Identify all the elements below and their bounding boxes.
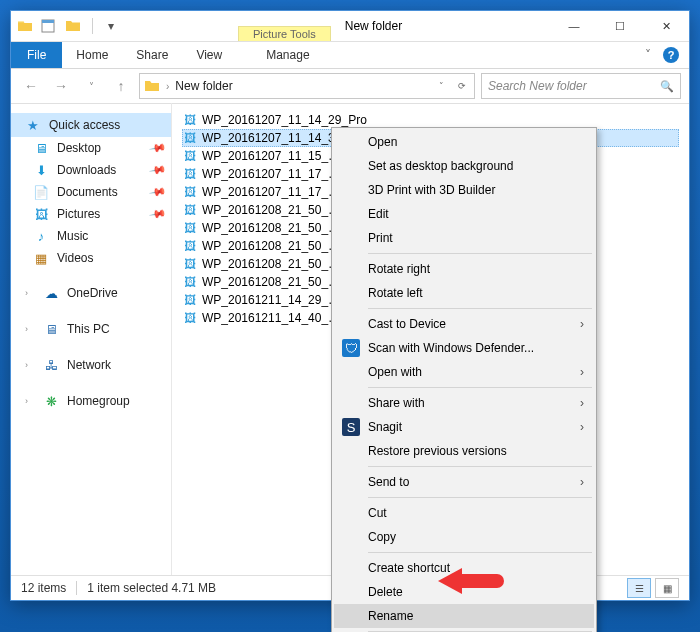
menu-item-label: Rename (368, 609, 413, 623)
nav-label: Quick access (49, 118, 120, 132)
menu-item-label: Edit (368, 207, 389, 221)
desktop-icon: 🖥 (33, 141, 49, 156)
nav-item-desktop[interactable]: 🖥Desktop📌 (11, 137, 171, 159)
image-file-icon: 🖼 (184, 113, 196, 127)
image-file-icon: 🖼 (184, 257, 196, 271)
nav-onedrive[interactable]: ›☁OneDrive (11, 281, 171, 305)
pictures-icon: 🖼 (33, 207, 49, 222)
help-button[interactable]: ? (663, 47, 679, 63)
nav-network[interactable]: ›🖧Network (11, 353, 171, 377)
nav-thispc[interactable]: ›🖥This PC (11, 317, 171, 341)
chevron-right-icon: › (580, 365, 584, 379)
nav-item-downloads[interactable]: ⬇Downloads📌 (11, 159, 171, 181)
nav-homegroup[interactable]: ›❋Homegroup (11, 389, 171, 413)
chevron-right-icon: › (25, 360, 35, 370)
file-name: WP_20161207_11_17_… (202, 185, 340, 199)
address-dropdown-button[interactable]: ˅ (435, 81, 448, 91)
file-name: WP_20161207_11_14_29_Pro (202, 113, 367, 127)
address-location: New folder (175, 79, 429, 93)
menu-item-edit[interactable]: Edit (334, 202, 594, 226)
menu-item-set-as-desktop-background[interactable]: Set as desktop background (334, 154, 594, 178)
nav-item-pictures[interactable]: 🖼Pictures📌 (11, 203, 171, 225)
ribbon-expand-button[interactable]: ˅ (645, 48, 651, 62)
qat-new-folder-button[interactable] (63, 15, 85, 37)
close-button[interactable]: ✕ (643, 11, 689, 41)
menu-item-3d-print-with-3d-builder[interactable]: 3D Print with 3D Builder (334, 178, 594, 202)
menu-item-label: Open with (368, 365, 422, 379)
minimize-button[interactable]: — (551, 11, 597, 41)
thumbnails-view-button[interactable]: ▦ (655, 578, 679, 598)
menu-item-share-with[interactable]: Share with› (334, 391, 594, 415)
address-bar-row: ← → ˅ ↑ › New folder ˅ ⟳ Search New fold… (11, 69, 689, 104)
svg-rect-1 (42, 20, 54, 23)
nav-recent-button[interactable]: ˅ (79, 74, 103, 98)
menu-item-copy[interactable]: Copy (334, 525, 594, 549)
search-box[interactable]: Search New folder 🔍 (481, 73, 681, 99)
nav-label: Homegroup (67, 394, 130, 408)
file-name: WP_20161208_21_50_… (202, 221, 340, 235)
nav-label: Pictures (57, 207, 100, 221)
address-bar[interactable]: › New folder ˅ ⟳ (139, 73, 475, 99)
menu-item-label: Scan with Windows Defender... (368, 341, 534, 355)
nav-up-button[interactable]: ↑ (109, 74, 133, 98)
music-icon: ♪ (33, 229, 49, 244)
nav-forward-button[interactable]: → (49, 74, 73, 98)
menu-item-rotate-left[interactable]: Rotate left (334, 281, 594, 305)
chevron-right-icon: › (25, 396, 35, 406)
qat-properties-button[interactable] (37, 15, 59, 37)
pin-icon: 📌 (149, 205, 168, 224)
tab-share[interactable]: Share (122, 42, 182, 68)
menu-separator (368, 308, 592, 309)
menu-item-label: Rotate right (368, 262, 430, 276)
nav-item-documents[interactable]: 📄Documents📌 (11, 181, 171, 203)
image-file-icon: 🖼 (184, 149, 196, 163)
onedrive-icon: ☁ (43, 286, 59, 301)
file-name: WP_20161207_11_15_… (202, 149, 340, 163)
menu-item-cut[interactable]: Cut (334, 501, 594, 525)
star-icon: ★ (25, 118, 41, 133)
file-tab[interactable]: File (11, 42, 62, 68)
menu-item-snagit[interactable]: SSnagit› (334, 415, 594, 439)
tab-view[interactable]: View (182, 42, 236, 68)
image-file-icon: 🖼 (184, 185, 196, 199)
menu-item-icon: 🛡 (342, 339, 360, 357)
menu-item-label: Share with (368, 396, 425, 410)
pin-icon: 📌 (149, 183, 168, 202)
menu-item-rename[interactable]: Rename (334, 604, 594, 628)
search-icon: 🔍 (660, 80, 674, 93)
menu-item-open[interactable]: Open (334, 130, 594, 154)
nav-back-button[interactable]: ← (19, 74, 43, 98)
menu-separator (368, 552, 592, 553)
qat-customize-button[interactable]: ▾ (100, 15, 122, 37)
chevron-right-icon: › (25, 288, 35, 298)
menu-item-cast-to-device[interactable]: Cast to Device› (334, 312, 594, 336)
image-file-icon: 🖼 (184, 167, 196, 181)
details-view-button[interactable]: ☰ (627, 578, 651, 598)
file-name: WP_20161208_21_50_… (202, 239, 340, 253)
menu-item-scan-with-windows-defender[interactable]: 🛡Scan with Windows Defender... (334, 336, 594, 360)
image-file-icon: 🖼 (184, 293, 196, 307)
image-file-icon: 🖼 (184, 239, 196, 253)
homegroup-icon: ❋ (43, 394, 59, 409)
nav-label: Videos (57, 251, 93, 265)
nav-label: Documents (57, 185, 118, 199)
nav-quick-access[interactable]: ★Quick access (11, 113, 171, 137)
nav-item-videos[interactable]: ▦Videos (11, 247, 171, 269)
menu-item-rotate-right[interactable]: Rotate right (334, 257, 594, 281)
menu-item-label: Set as desktop background (368, 159, 513, 173)
menu-item-restore-previous-versions[interactable]: Restore previous versions (334, 439, 594, 463)
chevron-right-icon: › (25, 324, 35, 334)
maximize-button[interactable]: ☐ (597, 11, 643, 41)
menu-item-label: Send to (368, 475, 409, 489)
menu-item-open-with[interactable]: Open with› (334, 360, 594, 384)
tab-home[interactable]: Home (62, 42, 122, 68)
menu-item-print[interactable]: Print (334, 226, 594, 250)
annotation-arrow (438, 568, 504, 594)
context-group-label: Picture Tools (238, 26, 331, 41)
search-placeholder: Search New folder (488, 79, 660, 93)
contextual-tab-group: Picture Tools (238, 26, 331, 41)
nav-item-music[interactable]: ♪Music (11, 225, 171, 247)
tab-manage[interactable]: Manage (252, 42, 323, 68)
menu-item-send-to[interactable]: Send to› (334, 470, 594, 494)
refresh-button[interactable]: ⟳ (454, 81, 470, 91)
